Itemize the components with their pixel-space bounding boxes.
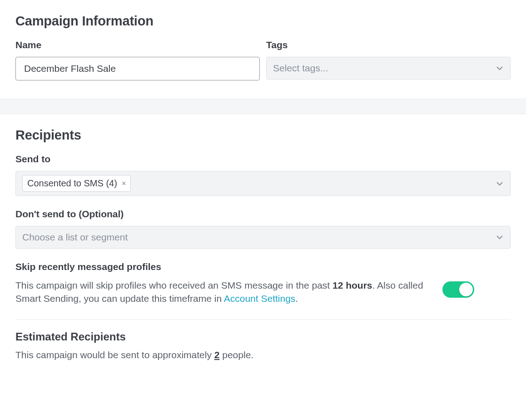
chevron-down-icon bbox=[496, 66, 503, 70]
chevron-down-icon bbox=[496, 181, 503, 186]
recipients-heading: Recipients bbox=[15, 128, 511, 143]
send-to-chip-label: Consented to SMS (4) bbox=[27, 178, 117, 189]
dont-send-to-select[interactable]: Choose a list or segment bbox=[15, 226, 511, 249]
dont-send-to-placeholder: Choose a list or segment bbox=[22, 232, 128, 243]
skip-profiles-row: This campaign will skip profiles who rec… bbox=[15, 279, 511, 305]
skip-text-post: . bbox=[295, 293, 298, 304]
send-to-select[interactable]: Consented to SMS (4) × bbox=[15, 171, 511, 196]
tags-select[interactable]: Select tags... bbox=[266, 57, 511, 80]
estimated-recipients-heading: Estimated Recipients bbox=[15, 330, 511, 343]
send-to-chip: Consented to SMS (4) × bbox=[22, 175, 131, 192]
dont-send-to-label: Don't send to (Optional) bbox=[15, 209, 511, 220]
campaign-name-input[interactable] bbox=[15, 57, 260, 80]
estimated-post: people. bbox=[219, 350, 253, 360]
account-settings-link[interactable]: Account Settings bbox=[224, 293, 296, 304]
skip-profiles-toggle[interactable] bbox=[442, 281, 474, 298]
chevron-down-icon bbox=[496, 235, 503, 240]
dont-send-to-label-text: Don't send to bbox=[15, 209, 76, 219]
estimated-pre: This campaign would be sent to approxima… bbox=[15, 350, 214, 360]
recipients-section: Recipients Send to Consented to SMS (4) … bbox=[0, 114, 526, 379]
dont-send-to-optional: (Optional) bbox=[79, 209, 124, 219]
skip-hours-value: 12 hours bbox=[332, 280, 372, 290]
campaign-info-section: Campaign Information Name Tags Select ta… bbox=[0, 0, 526, 99]
skip-profiles-heading: Skip recently messaged profiles bbox=[15, 261, 511, 272]
tags-field-col: Tags Select tags... bbox=[266, 40, 511, 80]
skip-profiles-description: This campaign will skip profiles who rec… bbox=[15, 279, 424, 305]
name-field-col: Name bbox=[15, 40, 260, 80]
estimated-recipients-text: This campaign would be sent to approxima… bbox=[15, 350, 511, 360]
skip-text-pre: This campaign will skip profiles who rec… bbox=[15, 280, 332, 290]
name-label: Name bbox=[15, 40, 260, 50]
tags-label: Tags bbox=[266, 40, 511, 50]
send-to-label: Send to bbox=[15, 154, 511, 165]
divider bbox=[15, 319, 511, 320]
campaign-info-heading: Campaign Information bbox=[15, 14, 511, 29]
section-separator bbox=[0, 99, 526, 114]
tags-placeholder: Select tags... bbox=[273, 63, 328, 74]
chip-remove-icon[interactable]: × bbox=[122, 180, 126, 188]
toggle-knob bbox=[459, 283, 473, 296]
estimated-count: 2 bbox=[214, 350, 220, 360]
